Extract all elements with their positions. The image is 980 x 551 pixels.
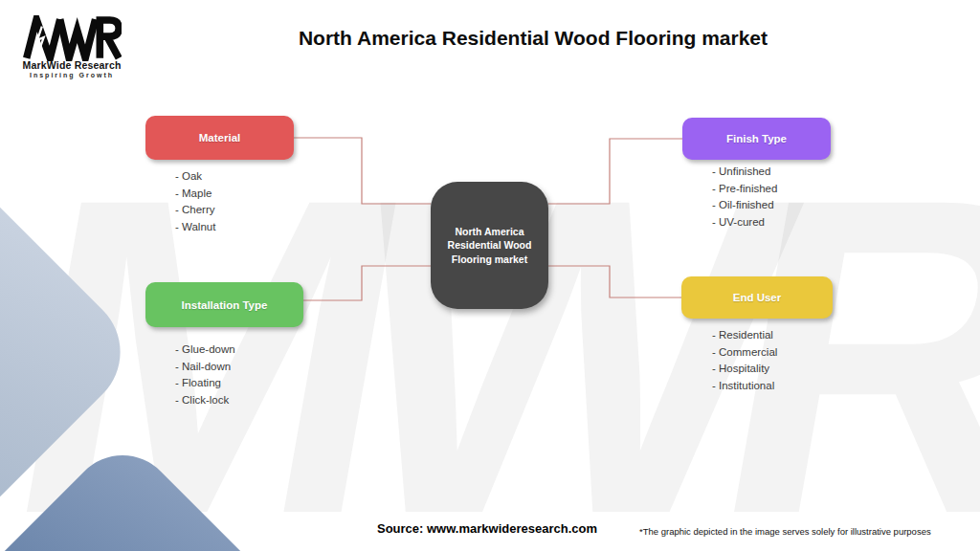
segment-box-installation-type: Installation Type <box>145 282 303 327</box>
segment-list-installation-type: - Glue-down- Nail-down- Floating- Click-… <box>175 342 235 408</box>
segment-list-material: - Oak- Maple- Cherry- Walnut <box>175 168 215 235</box>
logo-company-name: MarkWide Research <box>19 59 124 71</box>
segment-list-item: - UV-cured <box>712 214 777 231</box>
segment-list-item: - Oil-finished <box>712 197 777 214</box>
segment-list-end-user: - Residential- Commercial- Hospitality- … <box>712 327 777 394</box>
segment-list-item: - Pre-finished <box>712 181 777 198</box>
segment-list-item: - Nail-down <box>175 359 235 376</box>
segment-list-item: - Cherry <box>175 202 215 219</box>
disclaimer-text: *The graphic depicted in the image serve… <box>639 526 931 537</box>
segment-box-end-user: End User <box>681 276 833 319</box>
segment-box-finish-type: Finish Type <box>682 118 831 160</box>
segment-list-item: - Unfinished <box>712 164 777 181</box>
connector-installation-type <box>303 266 431 300</box>
segment-list-item: - Hospitality <box>712 361 777 378</box>
segment-list-item: - Floating <box>175 375 235 392</box>
markwide-research-logo: MarkWide Research Inspiring Growth <box>19 15 124 78</box>
segment-list-item: - Oak <box>175 168 215 186</box>
logo-tagline: Inspiring Growth <box>19 72 124 78</box>
source-text: Source: www.markwideresearch.com <box>377 521 597 536</box>
mwr-logo-icon <box>22 15 122 61</box>
segment-list-item: - Residential <box>712 327 777 344</box>
page-title: North America Residential Wood Flooring … <box>124 27 942 50</box>
connector-end-user <box>548 266 681 298</box>
segment-label-material: Material <box>199 132 240 143</box>
segment-list-item: - Click-lock <box>175 392 235 409</box>
segment-box-material: Material <box>145 116 294 160</box>
center-market-node: North America Residential Wood Flooring … <box>431 182 548 309</box>
segment-list-item: - Glue-down <box>175 342 235 359</box>
segment-label-installation-type: Installation Type <box>182 299 268 311</box>
infographic-canvas: MWR MarkWide Research Inspiring Growth N… <box>0 0 980 551</box>
center-market-label: North America Residential Wood Flooring … <box>441 225 538 266</box>
segment-list-item: - Walnut <box>175 219 215 236</box>
connector-material <box>294 138 431 204</box>
connector-finish-type <box>548 139 682 204</box>
segment-list-item: - Maple <box>175 186 215 203</box>
segment-list-item: - Institutional <box>712 378 777 395</box>
segment-label-finish-type: Finish Type <box>726 133 787 144</box>
segment-label-end-user: End User <box>733 292 782 303</box>
segment-list-finish-type: - Unfinished- Pre-finished- Oil-finished… <box>712 164 777 231</box>
segment-list-item: - Commercial <box>712 344 777 362</box>
